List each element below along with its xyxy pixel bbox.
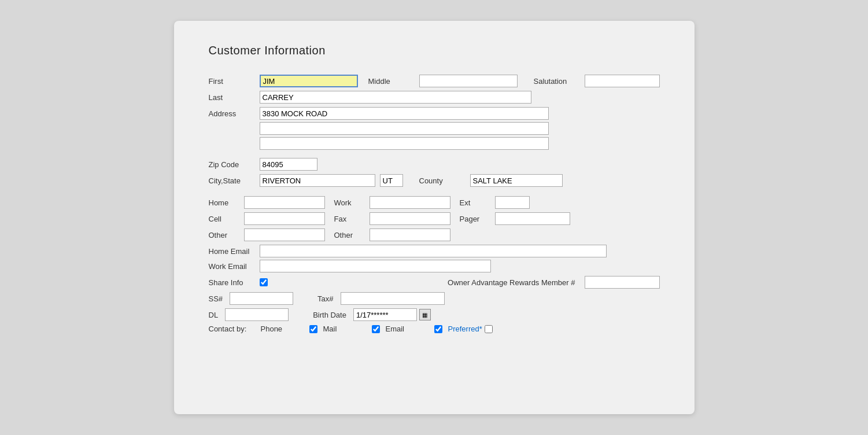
contact-mail-item: Mail bbox=[323, 325, 380, 333]
home-phone-label: Home bbox=[209, 198, 241, 207]
city-input[interactable] bbox=[260, 174, 375, 187]
contact-email-item: Email bbox=[386, 325, 442, 333]
contact-phone-item: Phone bbox=[261, 325, 317, 333]
tax-label: Tax# bbox=[317, 294, 333, 303]
page-title: Customer Information bbox=[209, 44, 660, 57]
middle-label: Middle bbox=[368, 77, 415, 86]
work-phone-label: Work bbox=[334, 198, 366, 207]
city-state-label: City,State bbox=[209, 176, 255, 185]
pager-input[interactable] bbox=[495, 212, 570, 225]
home-email-label: Home Email bbox=[209, 247, 255, 256]
customer-info-form: Customer Information First JIM Middle Sa… bbox=[174, 21, 695, 414]
calendar-icon: ▦ bbox=[422, 312, 427, 318]
cell-phone-label: Cell bbox=[209, 215, 241, 223]
preferred-checkbox[interactable] bbox=[485, 325, 493, 333]
pager-label: Pager bbox=[460, 215, 492, 223]
address-line2-input[interactable] bbox=[260, 122, 549, 135]
ss-input[interactable] bbox=[230, 292, 293, 305]
first-input[interactable]: JIM bbox=[260, 75, 358, 87]
home-email-input[interactable] bbox=[260, 245, 607, 257]
dl-label: DL bbox=[209, 311, 219, 319]
ext-input[interactable] bbox=[495, 196, 530, 209]
other-phone-label: Other bbox=[209, 231, 241, 239]
last-input[interactable] bbox=[260, 91, 531, 104]
county-input[interactable] bbox=[470, 174, 563, 187]
middle-input[interactable] bbox=[419, 75, 518, 87]
birth-date-input[interactable] bbox=[353, 308, 417, 321]
contact-preferred-item: Preferred* bbox=[448, 325, 493, 333]
address-label: Address bbox=[209, 109, 255, 118]
dl-input[interactable] bbox=[225, 308, 289, 321]
fax-input[interactable] bbox=[370, 212, 450, 225]
contact-email-checkbox[interactable] bbox=[434, 325, 442, 333]
rewards-input[interactable] bbox=[585, 276, 660, 289]
preferred-link[interactable]: Preferred* bbox=[448, 325, 482, 333]
county-label: County bbox=[419, 176, 466, 185]
birth-date-wrapper: ▦ bbox=[353, 308, 431, 321]
contact-mail-checkbox[interactable] bbox=[372, 325, 380, 333]
state-input[interactable] bbox=[380, 174, 403, 187]
other2-phone-label: Other bbox=[334, 231, 366, 239]
address-line3-input[interactable] bbox=[260, 137, 549, 150]
contact-mail-label: Mail bbox=[323, 325, 370, 333]
other-phone-input[interactable] bbox=[244, 228, 325, 241]
home-phone-input[interactable] bbox=[244, 196, 325, 209]
work-email-label: Work Email bbox=[209, 262, 255, 271]
salutation-label: Salutation bbox=[534, 77, 580, 86]
contact-phone-label: Phone bbox=[261, 325, 307, 333]
share-info-label: Share Info bbox=[209, 278, 255, 287]
fax-label: Fax bbox=[334, 215, 366, 223]
rewards-label: Owner Advantage Rewards Member # bbox=[448, 278, 575, 287]
calendar-button[interactable]: ▦ bbox=[419, 309, 431, 320]
ext-label: Ext bbox=[460, 198, 492, 207]
salutation-input[interactable] bbox=[585, 75, 660, 87]
last-label: Last bbox=[209, 93, 255, 102]
cell-phone-input[interactable] bbox=[244, 212, 325, 225]
address-line1-input[interactable] bbox=[260, 107, 549, 120]
contact-phone-checkbox[interactable] bbox=[309, 325, 317, 333]
zip-input[interactable] bbox=[260, 158, 317, 171]
share-info-checkbox[interactable] bbox=[260, 278, 268, 286]
zip-label: Zip Code bbox=[209, 160, 255, 169]
tax-input[interactable] bbox=[341, 292, 445, 305]
ss-label: SS# bbox=[209, 294, 223, 303]
contact-email-label: Email bbox=[386, 325, 432, 333]
work-phone-input[interactable] bbox=[370, 196, 450, 209]
work-email-input[interactable] bbox=[260, 260, 491, 272]
first-label: First bbox=[209, 77, 255, 86]
birth-date-label: Birth Date bbox=[313, 311, 346, 319]
contact-by-label: Contact by: bbox=[209, 325, 255, 333]
other2-phone-input[interactable] bbox=[370, 228, 450, 241]
